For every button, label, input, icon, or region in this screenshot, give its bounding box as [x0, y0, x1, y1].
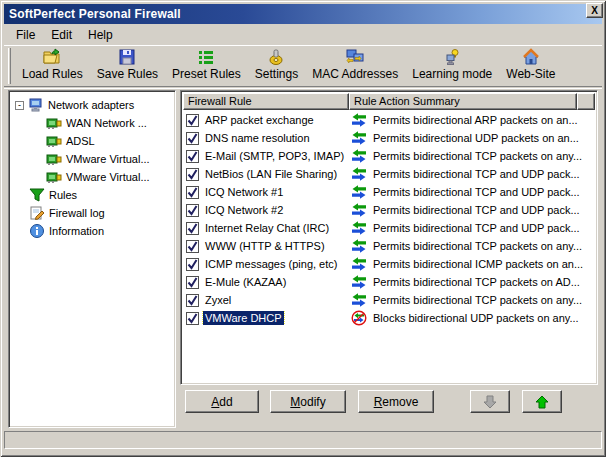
rules-table-panel: Firewall RuleRule Action Summary ARP pac… [180, 90, 598, 385]
close-button[interactable]: X [586, 3, 603, 18]
block-arrows-icon [351, 310, 367, 326]
menu-file[interactable]: File [8, 26, 43, 44]
rule-label[interactable]: ARP packet exchange [203, 113, 316, 127]
rule-checkbox[interactable] [186, 294, 199, 307]
rule-checkbox[interactable] [186, 240, 199, 253]
rule-checkbox[interactable] [186, 204, 199, 217]
rule-cell: WWW (HTTP & HTTPS) [183, 239, 349, 253]
table-row[interactable]: ICQ Network #2Permits bidirectional TCP … [183, 201, 595, 219]
table-row[interactable]: E-Mule (KAZAA)Permits bidirectional TCP … [183, 273, 595, 291]
column-header-firewall-rule[interactable]: Firewall Rule [183, 93, 349, 110]
rule-label[interactable]: E-Mule (KAZAA) [203, 275, 288, 289]
table-row[interactable]: ARP packet exchangePermits bidirectional… [183, 111, 595, 129]
sidebar-item-label: VMware Virtual... [66, 171, 150, 183]
table-row[interactable]: Internet Relay Chat (IRC)Permits bidirec… [183, 219, 595, 237]
table-row[interactable]: ICQ Network #1Permits bidirectional TCP … [183, 183, 595, 201]
rule-label[interactable]: E-Mail (SMTP, POP3, IMAP) [203, 149, 346, 163]
table-row[interactable]: E-Mail (SMTP, POP3, IMAP)Permits bidirec… [183, 147, 595, 165]
remove-button[interactable]: Remove [358, 390, 434, 413]
rule-label[interactable]: ICQ Network #1 [203, 185, 285, 199]
app-window: SoftPerfect Personal Firewall X FileEdit… [0, 0, 606, 457]
rule-checkbox[interactable] [186, 150, 199, 163]
arrow-up-icon [534, 394, 550, 410]
toolbar-save-rules-button[interactable]: Save Rules [90, 46, 165, 86]
table-body: ARP packet exchangePermits bidirectional… [183, 110, 595, 382]
rule-checkbox[interactable] [186, 312, 199, 325]
mac-addresses-icon [346, 48, 364, 66]
rule-summary-text: Permits bidirectional TCP and UDP pack..… [373, 186, 580, 198]
move-up-button[interactable] [522, 390, 562, 413]
modify-button[interactable]: Modify [270, 390, 346, 413]
permit-arrows-icon [351, 130, 367, 146]
sidebar-tree-panel: -Network adaptersWAN Network ...ADSLVMwa… [8, 90, 176, 428]
toolbar-button-label: Preset Rules [172, 67, 241, 81]
summary-cell: Permits bidirectional TCP and UDP pack..… [349, 166, 595, 182]
rule-checkbox[interactable] [186, 186, 199, 199]
rule-cell: DNS name resolution [183, 131, 349, 145]
rule-summary-text: Permits bidirectional TCP packets on AD.… [373, 276, 580, 288]
rule-checkbox[interactable] [186, 276, 199, 289]
toolbar-learning-mode-button[interactable]: Learning mode [405, 46, 499, 86]
table-row[interactable]: VMWare DHCPBlocks bidirectional UDP pack… [183, 309, 595, 327]
load-rules-icon [43, 48, 61, 66]
rules-table: Firewall RuleRule Action Summary ARP pac… [183, 93, 595, 382]
tree-expander-icon[interactable]: - [15, 101, 24, 110]
toolbar-load-rules-button[interactable]: Load Rules [15, 46, 90, 86]
rule-label[interactable]: NetBios (LAN File Sharing) [203, 167, 339, 181]
rule-cell: Zyxel [183, 293, 349, 307]
table-row[interactable]: NetBios (LAN File Sharing)Permits bidire… [183, 165, 595, 183]
network-adapter-icon [46, 151, 62, 167]
summary-cell: Permits bidirectional TCP packets on any… [349, 292, 595, 308]
rule-checkbox[interactable] [186, 168, 199, 181]
sidebar-item-vmware-virtual[interactable]: VMware Virtual... [11, 150, 173, 168]
toolbar-preset-rules-button[interactable]: Preset Rules [165, 46, 248, 86]
permit-arrows-icon [351, 112, 367, 128]
sidebar-item-adsl[interactable]: ADSL [11, 132, 173, 150]
rule-label[interactable]: WWW (HTTP & HTTPS) [203, 239, 327, 253]
rule-checkbox[interactable] [186, 132, 199, 145]
rule-checkbox[interactable] [186, 114, 199, 127]
sidebar-tree: -Network adaptersWAN Network ...ADSLVMwa… [11, 93, 173, 425]
table-row[interactable]: ZyxelPermits bidirectional TCP packets o… [183, 291, 595, 309]
toolbar-gripper[interactable] [8, 48, 11, 84]
menu-help[interactable]: Help [80, 26, 121, 44]
sidebar-item-network-adapters[interactable]: -Network adapters [11, 96, 173, 114]
toolbar-settings-button[interactable]: Settings [248, 46, 305, 86]
summary-cell: Permits bidirectional TCP and UDP pack..… [349, 202, 595, 218]
table-row[interactable]: ICMP messages (ping, etc)Permits bidirec… [183, 255, 595, 273]
rule-label[interactable]: Zyxel [203, 293, 233, 307]
permit-arrows-icon [351, 256, 367, 272]
sidebar-item-information[interactable]: Information [11, 222, 173, 240]
move-down-button[interactable] [470, 390, 510, 413]
rule-label[interactable]: Internet Relay Chat (IRC) [203, 221, 331, 235]
rule-checkbox[interactable] [186, 258, 199, 271]
arrow-down-icon [482, 394, 498, 410]
sidebar-item-label: VMware Virtual... [66, 153, 150, 165]
table-row[interactable]: DNS name resolutionPermits bidirectional… [183, 129, 595, 147]
sidebar-item-vmware-virtual[interactable]: VMware Virtual... [11, 168, 173, 186]
sidebar-item-firewall-log[interactable]: Firewall log [11, 204, 173, 222]
rule-label[interactable]: DNS name resolution [203, 131, 312, 145]
rule-label[interactable]: ICMP messages (ping, etc) [203, 257, 339, 271]
toolbar-button-label: Load Rules [22, 67, 83, 81]
preset-rules-icon [197, 48, 215, 66]
rule-summary-text: Permits bidirectional ARP packets on an.… [373, 114, 578, 126]
add-button[interactable]: Add [185, 390, 259, 413]
rule-cell: VMWare DHCP [183, 311, 349, 325]
menu-edit[interactable]: Edit [43, 26, 80, 44]
rule-label-selected[interactable]: VMWare DHCP [203, 311, 284, 325]
rule-checkbox[interactable] [186, 222, 199, 235]
log-icon [29, 205, 45, 221]
sidebar-item-wan-network[interactable]: WAN Network ... [11, 114, 173, 132]
sidebar-item-rules[interactable]: Rules [11, 186, 173, 204]
table-row[interactable]: WWW (HTTP & HTTPS)Permits bidirectional … [183, 237, 595, 255]
toolbar-web-site-button[interactable]: Web-Site [499, 46, 562, 86]
toolbar: Load RulesSave RulesPreset RulesSettings… [4, 45, 602, 87]
rule-label[interactable]: ICQ Network #2 [203, 203, 285, 217]
learning-mode-icon [443, 48, 461, 66]
toolbar-mac-addresses-button[interactable]: MAC Addresses [305, 46, 405, 86]
table-header: Firewall RuleRule Action Summary [183, 93, 595, 110]
network-adapter-icon [46, 115, 62, 131]
column-header-rule-action-summary[interactable]: Rule Action Summary [349, 93, 577, 110]
summary-cell: Permits bidirectional TCP packets on any… [349, 148, 595, 164]
